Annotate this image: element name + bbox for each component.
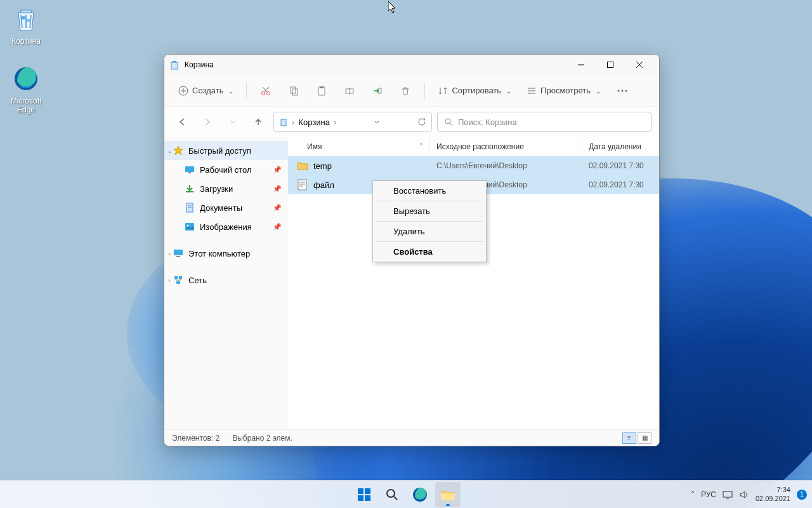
svg-point-1 [22,16,25,20]
svg-point-29 [625,90,627,91]
view-button[interactable]: Просмотреть [520,80,607,102]
svg-rect-17 [291,87,296,93]
chevron-down-icon [594,86,601,95]
sidebar: ⌄ Быстрый доступ Рабочий стол 📌 Загрузки… [164,137,288,429]
copy-button[interactable] [281,80,306,102]
chevron-right-icon: › [166,276,173,284]
file-row[interactable]: temp C:\Users\Евгений\Desktop 02.09.2021… [288,156,659,175]
svg-rect-20 [320,86,324,88]
more-button[interactable] [610,80,635,102]
svg-rect-57 [723,491,732,497]
volume-tray-icon[interactable] [739,490,749,500]
svg-rect-40 [174,250,183,255]
language-indicator[interactable]: РУС [701,490,716,499]
column-location[interactable]: Исходное расположение [430,137,582,156]
sidebar-item-documents[interactable]: Документы 📌 [164,198,288,217]
pin-icon: 📌 [273,166,282,174]
explorer-window: Корзина Создать Сортировать Просмотреть [164,54,660,446]
ctx-cut[interactable]: Вырезать [374,203,485,220]
svg-rect-50 [365,488,370,494]
search-icon [386,488,398,501]
search-icon [444,117,453,126]
pictures-icon [185,222,195,232]
start-button[interactable] [351,482,377,507]
delete-button[interactable] [393,80,418,102]
svg-point-31 [445,119,450,124]
share-button[interactable] [365,80,390,102]
rename-button[interactable] [337,80,362,102]
taskbar-explorer[interactable] [435,482,461,507]
svg-rect-41 [176,256,180,257]
ctx-restore[interactable]: Восстановить [374,182,485,199]
desktop-icon-label: Microsoft Edge [3,97,49,114]
copy-icon [289,86,299,96]
clipboard-icon [317,86,327,96]
up-button[interactable] [248,112,268,132]
rename-icon [344,86,355,96]
svg-point-27 [617,90,619,91]
toolbar: Создать Сортировать Просмотреть [164,75,659,107]
tray-chevron[interactable]: ˄ [691,490,695,499]
svg-rect-51 [358,495,363,501]
thumbnails-view-button[interactable]: ▦ [638,432,652,444]
desktop-icon [185,164,195,175]
sidebar-item-quick-access[interactable]: ⌄ Быстрый доступ [164,141,288,160]
desktop-icon-edge[interactable]: Microsoft Edge [3,64,49,114]
search-input[interactable]: Поиск: Корзина [437,112,652,132]
chevron-right-icon: › [166,250,173,257]
svg-rect-4 [171,62,178,69]
sort-button[interactable]: Сортировать [431,80,518,102]
sidebar-item-network[interactable]: › Сеть [164,271,288,290]
trash-icon [400,86,410,96]
back-button[interactable] [172,112,192,132]
refresh-button[interactable] [417,117,426,126]
column-date[interactable]: Дата удаления [582,137,659,156]
taskbar-edge[interactable] [407,482,433,507]
sidebar-item-desktop[interactable]: Рабочий стол 📌 [164,160,288,179]
sidebar-item-downloads[interactable]: Загрузки 📌 [164,179,288,198]
ctx-properties[interactable]: Свойства [374,243,485,260]
cut-button[interactable] [253,80,278,102]
notification-badge[interactable]: 1 [797,490,807,500]
recycle-bin-icon [279,117,288,126]
search-button[interactable] [379,482,405,507]
svg-rect-42 [174,276,178,279]
network-tray-icon[interactable] [723,490,733,500]
details-view-button[interactable]: ≡ [622,432,636,444]
svg-rect-30 [281,119,286,126]
close-button[interactable] [625,55,654,75]
column-name[interactable]: Имя˄ [288,137,430,156]
svg-rect-5 [173,61,176,62]
edge-icon [412,487,428,502]
clock[interactable]: 7:34 02.09.2021 [756,486,790,504]
status-bar: Элементов: 2 Выбрано 2 элем. ≡ ▦ [164,429,659,446]
ellipsis-icon [617,90,627,92]
maximize-button[interactable] [596,55,625,75]
sidebar-item-this-pc[interactable]: › Этот компьютер [164,244,288,263]
recent-button[interactable] [223,112,243,132]
svg-rect-52 [365,495,370,501]
windows-icon [357,488,371,502]
context-menu: Восстановить Вырезать Удалить Свойства [372,180,487,262]
svg-rect-49 [358,488,363,494]
titlebar[interactable]: Корзина [164,55,659,75]
sort-icon [438,86,448,96]
addr-dropdown[interactable] [374,119,380,125]
new-button[interactable]: Создать [172,80,240,102]
svg-rect-43 [179,276,182,279]
desktop-icon-recycle-bin[interactable]: Корзина [3,4,49,46]
svg-rect-38 [185,223,194,231]
svg-point-53 [387,490,395,497]
pin-icon: 📌 [273,223,282,231]
svg-rect-33 [185,166,194,172]
sidebar-item-pictures[interactable]: Изображения 📌 [164,217,288,236]
recycle-bin-icon [11,4,41,34]
chevron-down-icon: ⌄ [166,147,173,155]
address-bar[interactable]: › Корзина › [273,112,432,132]
paste-button[interactable] [309,80,334,102]
forward-button[interactable] [197,112,218,132]
svg-point-13 [262,91,265,95]
minimize-button[interactable] [566,55,596,75]
svg-line-54 [394,497,397,500]
ctx-delete[interactable]: Удалить [374,223,485,240]
